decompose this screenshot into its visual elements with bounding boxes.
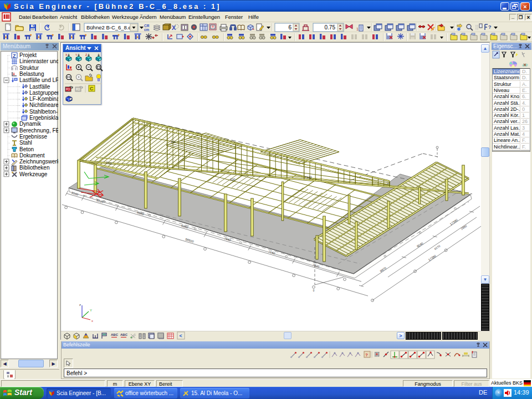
svg-text:<: <: [180, 333, 182, 339]
svg-text:X: X: [65, 53, 68, 57]
svg-text:Ergebnisse: Ergebnisse: [19, 134, 47, 140]
svg-text:X: X: [172, 24, 176, 31]
svg-text:PCI: PCI: [76, 88, 80, 91]
svg-text:Dynamik: Dynamik: [19, 121, 42, 127]
svg-text:Bibliotheken: Bibliotheken: [19, 165, 49, 171]
svg-text:6040: 6040: [416, 242, 424, 248]
svg-text:Werkzeuge: Werkzeuge: [19, 171, 48, 177]
svg-text:Ergebnisklasse: Ergebnisklasse: [29, 115, 58, 121]
svg-text:Dokument: Dokument: [19, 152, 45, 158]
svg-text:0: 0: [313, 289, 315, 292]
svg-text:Stahl: Stahl: [19, 140, 32, 146]
svg-text:Z: Z: [85, 53, 87, 57]
svg-text:6: 6: [288, 24, 291, 30]
svg-text:Y: Y: [75, 53, 78, 57]
svg-text:1: 1: [356, 27, 359, 31]
svg-text:Beton: Beton: [19, 146, 34, 152]
svg-text:C: C: [90, 86, 94, 91]
svg-text:Bühne2 B-C_6_8.esa: Bühne2 B-C_6_8.esa: [86, 24, 137, 30]
svg-text:Linienraster und Ge: Linienraster und Ge: [19, 58, 58, 64]
svg-text:Lastfälle: Lastfälle: [29, 84, 50, 90]
svg-text:Y: Y: [90, 309, 92, 312]
svg-text:17380: 17380: [449, 218, 458, 226]
svg-text:2990: 2990: [460, 224, 467, 231]
svg-text:Zeichnungswerkze: Zeichnungswerkze: [19, 158, 58, 165]
svg-text:Struktur: Struktur: [19, 65, 39, 71]
svg-text:cm: cm: [144, 28, 150, 32]
svg-text:0.75: 0.75: [325, 24, 336, 30]
svg-text:310: 310: [170, 140, 175, 144]
svg-text:7140: 7140: [304, 176, 312, 179]
svg-text:LF-Kombination: LF-Kombination: [29, 96, 58, 102]
svg-text:z: z: [79, 303, 81, 306]
svg-text:Lastfälle und LF-Ko: Lastfälle und LF-Ko: [19, 77, 58, 83]
svg-text:ABC: ABC: [111, 333, 119, 336]
svg-text:?: ?: [488, 24, 492, 30]
svg-text:Z: Z: [13, 53, 16, 59]
svg-text:Berechnung, FE-N: Berechnung, FE-N: [19, 127, 58, 134]
svg-text:?: ?: [365, 352, 368, 357]
svg-text:Belastung: Belastung: [19, 71, 44, 77]
svg-text:Projekt: Projekt: [19, 52, 37, 58]
svg-text:17380: 17380: [428, 254, 437, 262]
svg-text:9970: 9970: [380, 266, 387, 273]
svg-text:Lastgruppen: Lastgruppen: [29, 90, 58, 96]
svg-text:6170: 6170: [433, 244, 441, 250]
svg-text:630: 630: [230, 178, 235, 181]
svg-text:x: x: [91, 319, 93, 323]
svg-text:ABC: ABC: [120, 333, 128, 336]
svg-text:Nichtlineare LF: Nichtlineare LF: [29, 102, 58, 108]
svg-text:PCI: PCI: [66, 88, 70, 91]
svg-text:Stahlbeton-LFK: Stahlbeton-LFK: [29, 109, 58, 115]
svg-text:58500: 58500: [185, 238, 195, 243]
